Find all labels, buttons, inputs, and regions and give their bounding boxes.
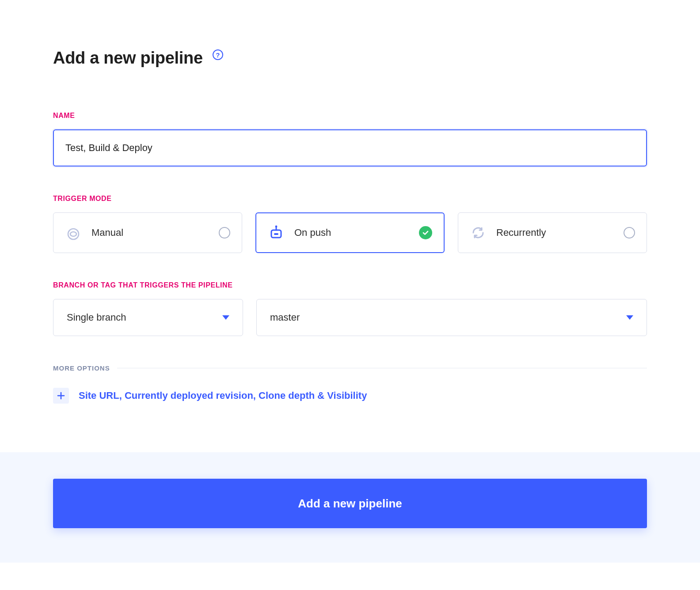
branch-scope-select[interactable]: Single branch: [53, 299, 243, 336]
add-pipeline-button[interactable]: Add a new pipeline: [53, 479, 647, 528]
pipeline-name-input[interactable]: [53, 129, 647, 166]
trigger-manual[interactable]: Manual: [53, 212, 242, 253]
name-label: NAME: [53, 112, 647, 120]
more-options-text: Site URL, Currently deployed revision, C…: [79, 390, 367, 401]
divider: [117, 368, 647, 368]
more-options-label: MORE OPTIONS: [53, 364, 110, 372]
trigger-on-push[interactable]: On push: [255, 212, 445, 253]
radio-unchecked-icon: [219, 227, 230, 238]
branch-name-select[interactable]: master: [256, 299, 647, 336]
branch-name-value: master: [270, 312, 300, 323]
page-title: Add a new pipeline: [53, 49, 203, 68]
on-push-icon: [268, 224, 285, 241]
help-icon[interactable]: ?: [213, 49, 223, 60]
more-options-expand[interactable]: Site URL, Currently deployed revision, C…: [53, 388, 647, 404]
branch-scope-value: Single branch: [67, 312, 126, 323]
trigger-manual-label: Manual: [91, 227, 209, 238]
chevron-down-icon: [222, 315, 229, 320]
branch-label: BRANCH OR TAG THAT TRIGGERS THE PIPELINE: [53, 281, 647, 289]
recurrent-icon: [470, 224, 487, 241]
svg-point-1: [70, 232, 76, 236]
svg-point-0: [68, 229, 79, 239]
trigger-mode-label: TRIGGER MODE: [53, 195, 647, 203]
trigger-on-push-label: On push: [294, 227, 409, 238]
radio-unchecked-icon: [624, 227, 635, 238]
trigger-recurrently-label: Recurrently: [496, 227, 614, 238]
radio-checked-icon: [419, 226, 432, 239]
svg-rect-3: [274, 233, 278, 235]
chevron-down-icon: [626, 315, 633, 320]
plus-icon: [53, 388, 69, 404]
trigger-recurrently[interactable]: Recurrently: [458, 212, 647, 253]
svg-point-5: [275, 226, 278, 228]
manual-icon: [65, 224, 82, 241]
